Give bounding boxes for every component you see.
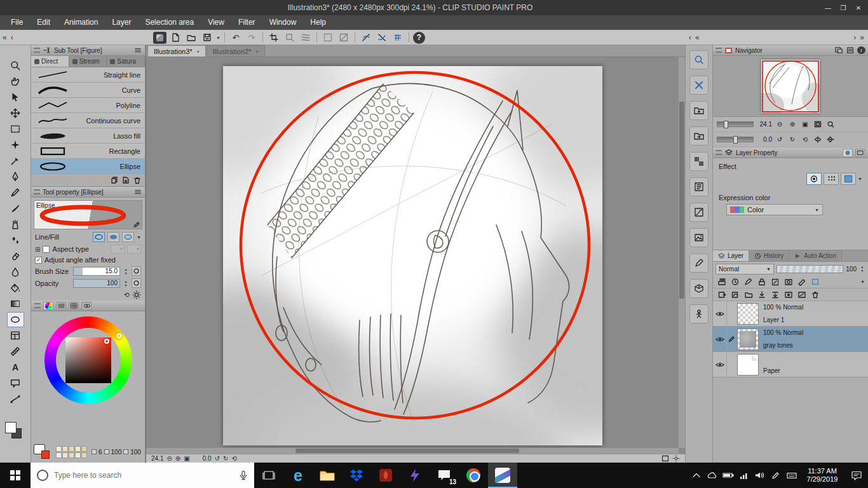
nav-zoom-out-icon[interactable]: ⊖ <box>775 119 785 129</box>
chrome-taskbar-icon[interactable] <box>459 463 488 488</box>
collapse-left-icon[interactable]: « <box>3 33 7 42</box>
pattern-material-icon[interactable] <box>689 152 709 171</box>
taskbar-clock[interactable]: 11:37 AM 7/29/2019 <box>799 467 845 484</box>
layer-thumbnail[interactable] <box>737 303 759 325</box>
gradient-tool[interactable] <box>7 296 24 311</box>
transfer-to-lower-icon[interactable] <box>756 290 768 300</box>
network-icon[interactable] <box>736 463 752 488</box>
pen-material-icon[interactable] <box>689 254 709 273</box>
nav-flip-horizontal-icon[interactable] <box>813 135 823 144</box>
manga-material-icon[interactable] <box>689 177 709 196</box>
snap-grid-icon[interactable] <box>391 31 405 44</box>
image-material-icon[interactable] <box>689 228 709 247</box>
create-fill-option[interactable] <box>107 232 119 242</box>
animation-property-tab-icon[interactable] <box>855 149 865 157</box>
main-color-swatch[interactable] <box>5 422 17 433</box>
operation-tool[interactable] <box>7 90 24 105</box>
tab-history[interactable]: History <box>749 250 789 261</box>
close-palette-icon[interactable] <box>689 76 709 95</box>
main-sub-color-swatches[interactable] <box>5 422 24 441</box>
zoom-out-icon[interactable]: ⊖ <box>166 455 172 462</box>
collapse-right2-icon[interactable]: › <box>853 33 856 42</box>
menu-layer[interactable]: Layer <box>105 15 138 30</box>
subtool-tab-streamline[interactable]: Stream <box>69 56 107 67</box>
nav-fit-screen-icon[interactable] <box>813 119 823 129</box>
menu-help[interactable]: Help <box>303 15 333 30</box>
blend-tool[interactable] <box>7 264 24 280</box>
color-set-tab[interactable] <box>69 302 79 310</box>
csp-logo-button[interactable] <box>153 32 166 44</box>
copy-subtool-icon[interactable] <box>110 176 119 184</box>
mesh-transform-icon[interactable] <box>299 31 313 44</box>
expression-color-combo[interactable]: Color ▼ <box>726 204 823 215</box>
selection-tool[interactable] <box>7 121 24 137</box>
layer-visibility-toggle[interactable] <box>713 352 727 377</box>
navigator-thumbnail[interactable] <box>761 60 820 113</box>
navigator-preview-area[interactable] <box>713 56 868 117</box>
h-scroll-thumb[interactable] <box>295 449 519 453</box>
canvas-vertical-scrollbar[interactable] <box>679 57 685 448</box>
nav-zoom-reset-icon[interactable] <box>825 119 836 129</box>
layer-thumbnail[interactable] <box>737 354 759 376</box>
canvas[interactable] <box>223 66 602 445</box>
rotate-cw-icon[interactable]: ↻ <box>223 455 228 462</box>
collapse-left2-icon[interactable]: ‹ <box>11 33 13 42</box>
brush-size-dynamics-button[interactable] <box>132 266 141 276</box>
aspect-type-checkbox[interactable] <box>43 246 50 253</box>
v-scroll-thumb[interactable] <box>679 102 684 299</box>
color-history-swatches[interactable] <box>56 446 87 458</box>
subview-icon[interactable] <box>834 46 843 54</box>
move-view-tool[interactable] <box>7 74 24 89</box>
decoration-tool[interactable] <box>7 233 24 248</box>
figure-tool[interactable] <box>7 312 24 327</box>
saturation-value-square[interactable] <box>65 337 111 383</box>
pencil-tool[interactable] <box>7 185 24 200</box>
layer-visibility-toggle[interactable] <box>713 327 727 351</box>
reset-tool-icon[interactable]: ⟲ <box>124 291 130 299</box>
touch-keyboard-icon[interactable] <box>783 463 799 488</box>
tray-expand-icon[interactable] <box>688 463 704 488</box>
tone-effect-icon[interactable] <box>824 173 839 185</box>
ruler-display-icon[interactable] <box>796 277 808 287</box>
collapse-mid-icon[interactable]: ‹ <box>689 33 691 42</box>
color-wheel-tab[interactable] <box>43 302 53 310</box>
subtool-item-rectangle[interactable]: Rectangle <box>31 144 145 159</box>
delete-layer-icon[interactable] <box>810 290 821 300</box>
open-file-icon[interactable] <box>184 31 198 44</box>
tab-close-icon[interactable]: ● <box>255 49 258 53</box>
line-fill-dropdown-icon[interactable]: ▼ <box>137 235 141 240</box>
move-layer-tool[interactable] <box>7 105 24 121</box>
menu-animation[interactable]: Animation <box>57 15 105 30</box>
action-center-icon[interactable] <box>845 463 868 488</box>
pose-material-icon[interactable] <box>689 304 709 323</box>
layer-thumbnail[interactable] <box>737 329 759 350</box>
navigator-header[interactable]: Navigator i <box>713 45 868 56</box>
crop-transform-icon[interactable] <box>267 31 281 44</box>
canvas-horizontal-scrollbar[interactable] <box>146 448 679 454</box>
subtool-item-polyline[interactable]: Polyline <box>31 98 145 113</box>
frame-border-tool[interactable] <box>7 328 24 343</box>
lock-transparent-pixels-icon[interactable] <box>770 277 781 287</box>
redo-icon[interactable]: ↷ <box>245 31 259 44</box>
layer-property-tab-icon[interactable] <box>843 149 853 157</box>
create-mask-icon[interactable] <box>783 290 794 300</box>
left-panel-collapse[interactable]: « ‹ <box>3 30 13 45</box>
subtool-item-curve[interactable]: Curve <box>31 83 145 98</box>
subtool-item-straight-line[interactable]: Straight line <box>31 67 145 83</box>
taskbar-search[interactable] <box>31 463 254 488</box>
search-input[interactable] <box>54 471 233 480</box>
ruler-tool[interactable] <box>7 344 24 359</box>
border-effect-icon[interactable] <box>806 173 822 185</box>
tab-auto-action[interactable]: Auto Action <box>789 250 842 261</box>
adjust-angle-checkbox[interactable]: ✓ <box>35 257 42 264</box>
layer-row-layer1[interactable]: 100 % Normal Layer 1 <box>713 301 868 327</box>
navigator-rotate-slider[interactable] <box>717 137 754 142</box>
brush-size-slider[interactable]: 15.0 <box>73 267 120 276</box>
start-button[interactable] <box>0 463 31 488</box>
layer-opacity-slider[interactable] <box>776 265 843 273</box>
blend-mode-combo[interactable]: Normal ▼ <box>715 264 774 274</box>
collapse-mid2-icon[interactable]: « <box>695 33 700 42</box>
aspect-value-combo[interactable]: ▼ <box>127 245 141 254</box>
item-bank-icon[interactable] <box>846 46 855 54</box>
info-icon[interactable]: i <box>857 46 865 54</box>
